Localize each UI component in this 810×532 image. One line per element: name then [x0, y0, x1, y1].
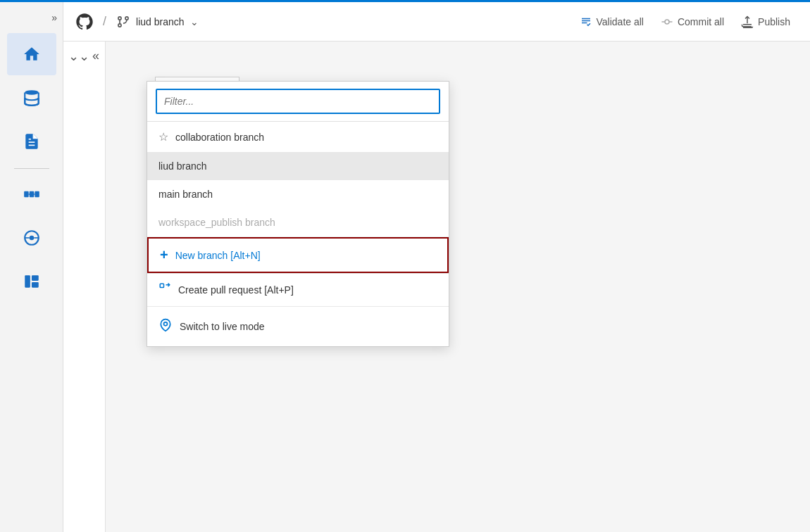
sidebar-item-home[interactable] — [7, 33, 56, 75]
pull-request-item[interactable]: Create pull request [Alt+P] — [147, 274, 449, 306]
svg-rect-4 — [24, 191, 29, 198]
workspace-publish-branch-item[interactable]: workspace_publish branch — [147, 208, 449, 236]
liud-branch-item[interactable]: liud branch — [147, 152, 449, 180]
dropdown-menu: ☆ collaboration branch liud branch main … — [147, 81, 449, 347]
branch-name-label: liud branch — [136, 16, 185, 27]
live-mode-icon — [158, 318, 173, 335]
tools-icon — [23, 272, 41, 291]
main-branch-label: main branch — [158, 189, 213, 200]
app-container: » — [0, 2, 810, 532]
sidebar-item-docs[interactable] — [7, 120, 56, 163]
live-mode-label: Switch to live mode — [180, 321, 265, 332]
workspace-publish-branch-label: workspace_publish branch — [158, 217, 275, 228]
new-branch-label: New branch [Alt+N] — [175, 250, 261, 261]
sidebar-item-database[interactable] — [7, 77, 56, 119]
publish-button[interactable]: Publish — [733, 11, 799, 32]
svg-rect-29 — [160, 284, 163, 287]
svg-point-23 — [665, 20, 669, 24]
branch-selector-icon — [116, 15, 130, 29]
svg-point-0 — [25, 90, 39, 95]
svg-point-18 — [125, 16, 128, 19]
database-icon — [23, 89, 41, 107]
side-panel: ⌄⌄ « — [63, 42, 106, 532]
sidebar-item-pipeline[interactable] — [7, 173, 56, 215]
commit-all-button[interactable]: Commit all — [652, 11, 733, 32]
branch-list-section: ☆ collaboration branch liud branch main … — [147, 122, 449, 237]
live-mode-section: Switch to live mode — [147, 307, 449, 346]
svg-point-16 — [118, 16, 121, 19]
sidebar-item-tools[interactable] — [7, 260, 56, 303]
branch-chevron-icon: ⌄ — [190, 16, 199, 27]
content-area: ⌄⌄ « 5 — [63, 42, 810, 532]
double-down-chevron[interactable]: ⌄⌄ — [68, 49, 89, 64]
star-icon: ☆ — [158, 130, 168, 144]
svg-rect-13 — [25, 275, 30, 287]
new-branch-item[interactable]: + New branch [Alt+N] — [147, 237, 449, 273]
new-branch-section: + New branch [Alt+N] — [147, 237, 449, 274]
monitor-icon — [23, 229, 41, 247]
branch-selector[interactable]: liud branch ⌄ — [111, 12, 204, 32]
validate-all-icon — [580, 15, 592, 28]
live-mode-item[interactable]: Switch to live mode — [147, 310, 449, 343]
collaboration-branch-label: collaboration branch — [175, 132, 264, 143]
svg-rect-15 — [32, 282, 39, 288]
pull-request-icon — [158, 282, 171, 298]
svg-rect-5 — [29, 191, 34, 198]
svg-point-30 — [164, 322, 168, 326]
svg-rect-14 — [32, 275, 39, 281]
sidebar-expand-button[interactable]: » — [35, 8, 63, 27]
svg-point-17 — [118, 23, 121, 26]
pull-request-section: Create pull request [Alt+P] — [147, 274, 449, 307]
publish-label: Publish — [758, 16, 790, 27]
dropdown-filter-container — [147, 82, 449, 122]
validate-all-label: Validate all — [597, 16, 644, 27]
svg-rect-6 — [35, 191, 39, 198]
sidebar: » — [0, 2, 63, 532]
double-left-chevron[interactable]: « — [92, 49, 99, 64]
main-branch-item[interactable]: main branch — [147, 180, 449, 208]
commit-icon — [661, 15, 673, 28]
panel-chevrons[interactable]: ⌄⌄ « — [68, 49, 99, 64]
sidebar-divider — [14, 168, 49, 169]
toolbar: / liud branch ⌄ — [63, 2, 810, 42]
pull-request-label: Create pull request [Alt+P] — [178, 284, 294, 296]
plus-icon: + — [160, 247, 168, 263]
publish-icon — [741, 15, 754, 28]
pipeline-icon — [23, 185, 41, 203]
toolbar-separator: / — [103, 14, 106, 29]
home-icon — [23, 45, 41, 63]
github-icon — [75, 12, 94, 32]
collaboration-branch-item[interactable]: ☆ collaboration branch — [147, 122, 449, 152]
docs-icon — [23, 132, 41, 151]
sidebar-item-monitor[interactable] — [7, 217, 56, 259]
validate-all-button[interactable]: Validate all — [571, 11, 652, 32]
liud-branch-label: liud branch — [158, 160, 207, 172]
svg-point-10 — [29, 236, 34, 241]
filter-input[interactable] — [156, 89, 440, 114]
main-area: / liud branch ⌄ — [63, 2, 810, 532]
commit-all-label: Commit all — [678, 16, 724, 27]
